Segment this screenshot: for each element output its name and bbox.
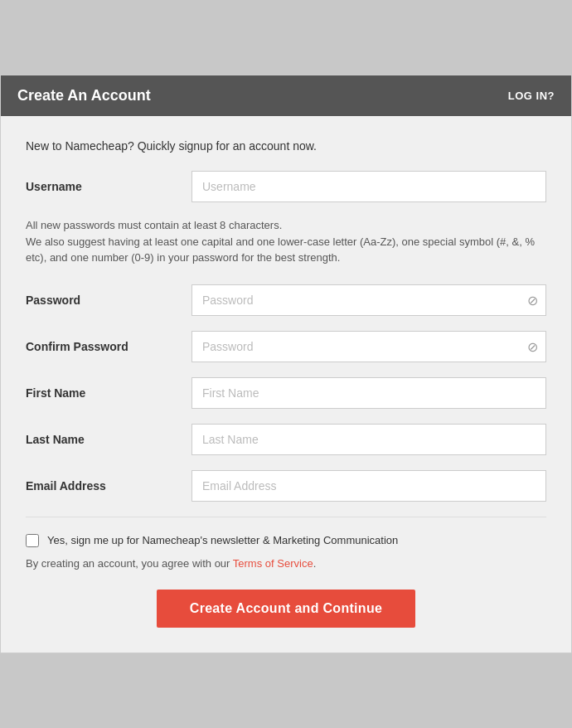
confirm-password-label: Confirm Password [26, 340, 191, 353]
create-account-button[interactable]: Create Account and Continue [157, 590, 415, 628]
email-label: Email Address [26, 479, 191, 493]
page-title: Create An Account [17, 87, 151, 104]
password-input[interactable] [191, 284, 546, 316]
password-row: Password ⊘ [26, 284, 546, 316]
intro-text: New to Namecheap? Quickly signup for an … [26, 139, 546, 153]
last-name-input-wrap [191, 424, 546, 455]
newsletter-row: Yes, sign me up for Namecheap's newslett… [26, 534, 546, 547]
tos-text: By creating an account, you agree with o… [26, 557, 546, 570]
password-input-wrap: ⊘ [191, 284, 546, 316]
newsletter-checkbox[interactable] [26, 534, 39, 547]
confirm-password-input[interactable] [191, 331, 546, 362]
last-name-label: Last Name [26, 433, 191, 446]
card-header: Create An Account LOG IN? [1, 75, 571, 116]
last-name-input[interactable] [191, 424, 546, 455]
email-input-wrap [191, 470, 546, 502]
last-name-row: Last Name [26, 424, 546, 455]
newsletter-label[interactable]: Yes, sign me up for Namecheap's newslett… [47, 534, 398, 546]
username-row: Username [26, 171, 546, 202]
password-label: Password [26, 294, 191, 307]
login-link[interactable]: LOG IN? [508, 90, 555, 102]
first-name-input[interactable] [191, 377, 546, 409]
tos-link[interactable]: Terms of Service [233, 557, 313, 570]
first-name-label: First Name [26, 386, 191, 400]
account-creation-card: Create An Account LOG IN? New to Nameche… [0, 75, 572, 653]
card-body: New to Namecheap? Quickly signup for an … [1, 116, 571, 653]
password-visibility-toggle-icon[interactable]: ⊘ [527, 292, 538, 308]
username-input-wrap [191, 171, 546, 202]
first-name-row: First Name [26, 377, 546, 409]
confirm-password-visibility-toggle-icon[interactable]: ⊘ [527, 338, 538, 354]
username-label: Username [26, 180, 191, 193]
email-input[interactable] [191, 470, 546, 502]
divider [26, 517, 546, 517]
confirm-password-row: Confirm Password ⊘ [26, 331, 546, 362]
confirm-password-input-wrap: ⊘ [191, 331, 546, 362]
first-name-input-wrap [191, 377, 546, 409]
username-input[interactable] [191, 171, 546, 202]
password-hint: All new passwords must contain at least … [26, 217, 546, 266]
email-row: Email Address [26, 470, 546, 502]
